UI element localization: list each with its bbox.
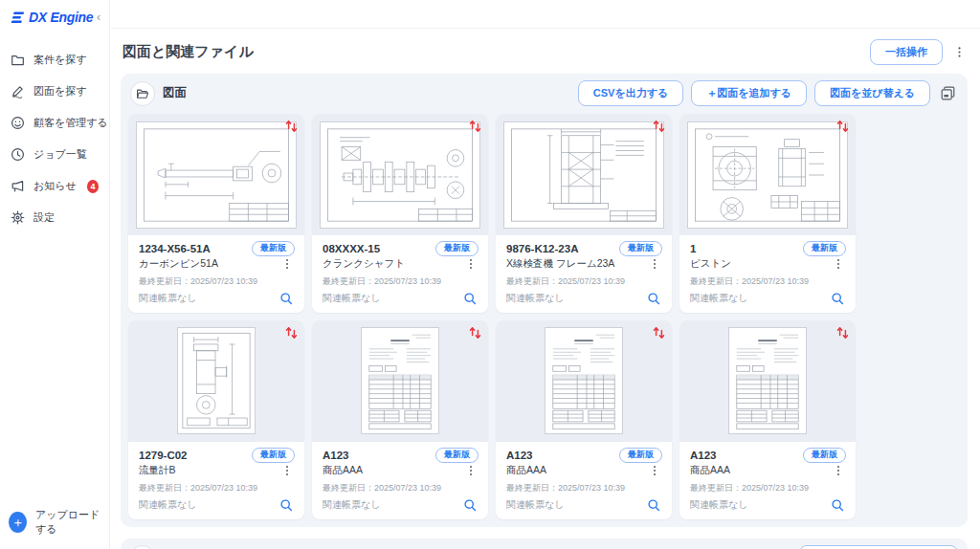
drawing-thumbnail <box>136 121 297 229</box>
latest-version-badge: 最新版 <box>252 241 295 256</box>
drawing-code: 08XXXX-15 <box>323 243 380 254</box>
add-related-file-button[interactable]: ＋関連ファイルを追加する <box>799 545 958 549</box>
drawing-thumbnail-area <box>679 320 856 442</box>
layout-stack-icon[interactable] <box>938 83 958 103</box>
sidebar-item-cases[interactable]: 案件を探す <box>0 44 109 76</box>
sidebar-item-label: ジョブ一覧 <box>33 147 87 162</box>
drawings-section-title: 図面 <box>163 85 187 101</box>
sidebar-item-settings[interactable]: 設定 <box>0 202 109 233</box>
drawing-thumbnail-area <box>496 320 672 442</box>
folder-icon <box>11 53 25 67</box>
drawing-card-grid: 1234-X56-51A 最新版 カーボンピン51A 最終更新日：2025/07… <box>121 113 968 527</box>
drawing-related: 関連帳票なし <box>690 498 747 512</box>
sort-drawings-button[interactable]: 図面を並び替える <box>814 80 930 106</box>
drawing-code: A123 <box>323 450 349 461</box>
drawing-card[interactable]: 1 最新版 ピストン 最終更新日：2025/07/23 10:39 関連帳票なし <box>679 114 856 313</box>
swap-version-icon[interactable] <box>284 325 299 340</box>
card-menu-icon[interactable] <box>831 256 846 272</box>
app-title: DX Engine <box>29 10 93 25</box>
card-menu-icon[interactable] <box>463 463 479 478</box>
drawing-name: クランクシャフト <box>323 257 405 271</box>
drawing-updated: 最終更新日：2025/07/23 10:39 <box>690 482 846 494</box>
drawing-thumbnail <box>320 121 480 229</box>
latest-version-badge: 最新版 <box>252 448 295 463</box>
section-folder-icon <box>130 545 155 549</box>
latest-version-badge: 最新版 <box>435 448 479 463</box>
card-menu-icon[interactable] <box>279 463 295 478</box>
add-drawing-button[interactable]: ＋図面を追加する <box>691 80 807 106</box>
swap-version-icon[interactable] <box>468 119 482 134</box>
upload-label: アップロードする <box>35 508 109 537</box>
preview-icon[interactable] <box>278 290 295 307</box>
drawing-thumbnail-area <box>679 114 856 235</box>
drawing-card[interactable]: 9876-K12-23A 最新版 X線検査機 フレーム23A 最終更新日：202… <box>496 114 672 313</box>
drawing-related: 関連帳票なし <box>323 292 380 305</box>
sidebar-item-notifications[interactable]: お知らせ 4 <box>0 170 109 202</box>
pencil-icon <box>11 84 25 99</box>
card-menu-icon[interactable] <box>647 256 662 272</box>
customer-icon <box>11 116 25 130</box>
swap-version-icon[interactable] <box>468 325 482 340</box>
swap-version-icon[interactable] <box>652 325 666 340</box>
sidebar-item-label: 設定 <box>33 210 55 225</box>
drawing-related: 関連帳票なし <box>323 498 380 512</box>
page-menu-icon[interactable] <box>951 44 968 60</box>
drawing-thumbnail-area <box>496 114 672 235</box>
clock-icon <box>11 147 25 162</box>
section-folder-icon <box>130 81 155 106</box>
swap-version-icon[interactable] <box>652 119 666 134</box>
drawing-name: 商品AAA <box>323 464 363 477</box>
drawing-card-info: A123 最新版 商品AAA 最終更新日：2025/07/23 10:39 関連… <box>312 442 488 519</box>
latest-version-badge: 最新版 <box>803 448 846 463</box>
sidebar-item-drawings[interactable]: 図面を探す <box>0 76 109 107</box>
drawing-updated: 最終更新日：2025/07/23 10:39 <box>139 482 295 494</box>
drawing-name: X線検査機 フレーム23A <box>506 257 614 271</box>
related-files-section: 関連ファイル ＋関連ファイルを追加する <box>121 538 968 549</box>
swap-version-icon[interactable] <box>284 119 299 134</box>
page-title: 図面と関連ファイル <box>122 43 254 61</box>
drawing-card[interactable]: 1234-X56-51A 最新版 カーボンピン51A 最終更新日：2025/07… <box>128 114 304 313</box>
sidebar-item-customers[interactable]: 顧客を管理する <box>0 107 109 139</box>
drawing-card-info: 9876-K12-23A 最新版 X線検査機 フレーム23A 最終更新日：202… <box>496 235 672 313</box>
preview-icon[interactable] <box>829 290 846 307</box>
sidebar-item-label: 案件を探す <box>33 53 87 67</box>
notification-badge: 4 <box>87 180 99 193</box>
card-menu-icon[interactable] <box>831 463 846 478</box>
sidebar-item-label: 図面を探す <box>33 84 87 99</box>
drawing-name: 商品AAA <box>690 464 730 477</box>
preview-icon[interactable] <box>461 496 479 514</box>
drawing-updated: 最終更新日：2025/07/23 10:39 <box>323 482 479 494</box>
drawing-updated: 最終更新日：2025/07/23 10:39 <box>323 275 479 288</box>
sidebar-item-label: お知らせ <box>33 179 77 193</box>
preview-icon[interactable] <box>461 290 479 307</box>
card-menu-icon[interactable] <box>647 463 662 478</box>
preview-icon[interactable] <box>278 496 295 514</box>
export-csv-button[interactable]: CSVを出力する <box>578 80 683 106</box>
drawing-updated: 最終更新日：2025/07/23 10:39 <box>506 482 662 494</box>
drawing-code: 1279-C02 <box>139 450 188 461</box>
drawing-thumbnail <box>728 327 807 434</box>
upload-button[interactable]: ＋ アップロードする <box>9 508 109 537</box>
drawing-card[interactable]: A123 最新版 商品AAA 最終更新日：2025/07/23 10:39 関連… <box>679 320 856 519</box>
swap-version-icon[interactable] <box>835 325 850 340</box>
drawing-card[interactable]: A123 最新版 商品AAA 最終更新日：2025/07/23 10:39 関連… <box>496 320 672 519</box>
drawing-card-info: 1234-X56-51A 最新版 カーボンピン51A 最終更新日：2025/07… <box>128 235 304 313</box>
app-screen: DX Engine ‹ 案件を探す 図面を探す <box>0 0 980 549</box>
preview-icon[interactable] <box>829 496 846 514</box>
preview-icon[interactable] <box>645 290 662 307</box>
drawing-card[interactable]: 1279-C02 最新版 流量計B 最終更新日：2025/07/23 10:39… <box>128 320 304 519</box>
drawing-name: ピストン <box>690 257 731 271</box>
drawing-related: 関連帳票なし <box>506 292 564 305</box>
card-menu-icon[interactable] <box>279 256 295 272</box>
sidebar-item-jobs[interactable]: ジョブ一覧 <box>0 139 109 170</box>
drawing-name: 流量計B <box>139 464 176 477</box>
card-menu-icon[interactable] <box>463 256 479 272</box>
sidebar-collapse-button[interactable]: ‹ <box>94 10 103 25</box>
drawing-related: 関連帳票なし <box>139 292 196 305</box>
bulk-action-button[interactable]: 一括操作 <box>870 39 943 65</box>
logo: DX Engine ‹ <box>0 0 109 31</box>
drawing-card[interactable]: A123 最新版 商品AAA 最終更新日：2025/07/23 10:39 関連… <box>312 320 488 519</box>
drawing-card[interactable]: 08XXXX-15 最新版 クランクシャフト 最終更新日：2025/07/23 … <box>312 114 488 313</box>
preview-icon[interactable] <box>645 496 662 514</box>
swap-version-icon[interactable] <box>835 119 850 134</box>
